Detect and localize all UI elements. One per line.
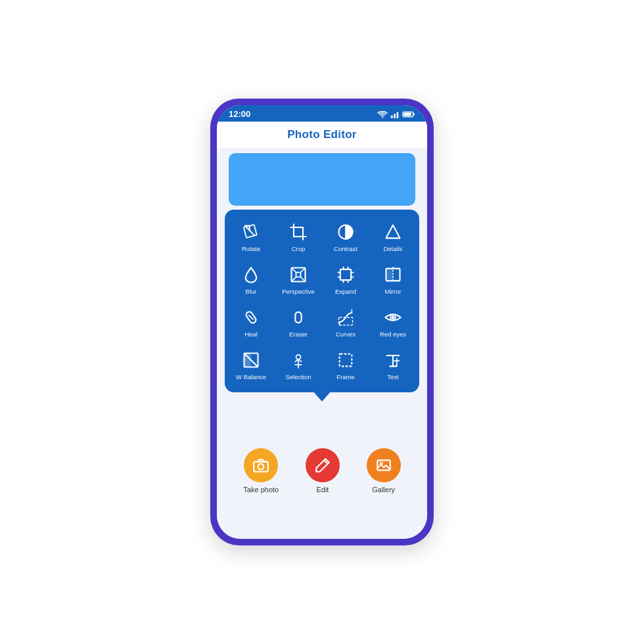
svg-rect-1 <box>391 115 393 118</box>
svg-rect-5 <box>413 113 415 115</box>
svg-rect-3 <box>397 112 399 118</box>
tool-blur[interactable]: Blur <box>229 259 273 299</box>
selection-icon <box>288 350 309 371</box>
eraser-icon <box>288 307 309 328</box>
perspective-label: Perspective <box>282 288 315 295</box>
svg-rect-15 <box>296 273 301 277</box>
expand-label: Expand <box>335 288 356 295</box>
mirror-label: Mirror <box>385 288 402 295</box>
wbalance-label: W Balance <box>236 373 266 380</box>
photo-area <box>229 153 415 206</box>
tool-selection[interactable]: Selection <box>276 344 321 384</box>
signal-icon <box>390 110 400 118</box>
camera-icon <box>252 457 269 474</box>
svg-line-21 <box>249 315 254 320</box>
mirror-icon <box>382 264 403 285</box>
crop-label: Crop <box>292 245 306 252</box>
nav-take-photo[interactable]: Take photo <box>243 448 279 494</box>
wbalance-icon <box>241 350 262 371</box>
app-title: Photo Editor <box>287 128 357 141</box>
tool-curves[interactable]: Curves <box>323 302 368 342</box>
svg-rect-42 <box>377 460 390 470</box>
bottom-nav: Take photo Edit <box>217 405 427 539</box>
gallery-icon <box>375 457 392 474</box>
take-photo-circle <box>244 448 278 482</box>
contrast-label: Contrast <box>334 245 357 252</box>
status-time: 12:00 <box>229 109 250 119</box>
status-bar: 12:00 <box>217 105 427 122</box>
edit-label: Edit <box>316 486 329 494</box>
svg-point-28 <box>296 355 301 359</box>
svg-rect-19 <box>386 269 394 281</box>
curves-icon <box>335 307 356 328</box>
blur-icon <box>241 264 262 285</box>
svg-point-40 <box>258 464 264 470</box>
rotate-label: Rotate <box>242 245 260 252</box>
svg-rect-2 <box>394 114 396 118</box>
gallery-label: Gallery <box>372 486 395 494</box>
status-icons <box>377 110 415 118</box>
tool-details[interactable]: Details <box>371 216 415 256</box>
selection-label: Selection <box>285 373 311 380</box>
tool-text[interactable]: Text <box>371 344 415 384</box>
svg-rect-16 <box>340 269 351 280</box>
contrast-icon <box>335 221 356 242</box>
svg-marker-9 <box>386 225 400 239</box>
battery-icon <box>402 110 415 118</box>
edit-panel: Rotate Crop <box>225 210 419 392</box>
tool-mirror[interactable]: Mirror <box>371 259 415 299</box>
nav-edit[interactable]: Edit <box>306 448 340 494</box>
tool-heal[interactable]: Heal <box>229 302 273 342</box>
pencil-icon <box>314 457 331 474</box>
phone-screen: 12:00 <box>217 105 427 539</box>
svg-point-0 <box>382 116 383 117</box>
rotate-icon <box>241 221 262 242</box>
tool-crop[interactable]: Crop <box>276 216 321 256</box>
wifi-icon <box>377 110 388 118</box>
gallery-circle <box>367 448 401 482</box>
svg-point-25 <box>392 316 394 319</box>
svg-rect-6 <box>403 112 411 116</box>
tool-expand[interactable]: Expand <box>323 259 368 299</box>
eraser-label: Eraser <box>289 331 308 338</box>
tool-perspective[interactable]: Perspective <box>276 259 321 299</box>
svg-rect-22 <box>295 312 301 323</box>
take-photo-label: Take photo <box>243 486 279 494</box>
details-icon <box>382 221 403 242</box>
tool-wbalance[interactable]: W Balance <box>229 344 273 384</box>
heal-icon <box>241 307 262 328</box>
tool-contrast[interactable]: Contrast <box>323 216 368 256</box>
phone-frame: 12:00 <box>210 99 434 545</box>
svg-rect-27 <box>244 354 252 367</box>
frame-label: Frame <box>336 373 354 380</box>
tool-redeyes[interactable]: Red eyes <box>371 302 415 342</box>
tools-grid: Rotate Crop <box>229 216 415 384</box>
nav-gallery[interactable]: Gallery <box>367 448 401 494</box>
details-label: Details <box>383 245 402 252</box>
blur-label: Blur <box>246 288 257 295</box>
tool-eraser[interactable]: Eraser <box>276 302 321 342</box>
svg-rect-33 <box>340 354 352 367</box>
heal-label: Heal <box>244 331 258 338</box>
text-icon <box>382 350 403 371</box>
perspective-icon <box>288 264 309 285</box>
text-label: Text <box>387 373 398 380</box>
edit-circle <box>306 448 340 482</box>
tool-rotate[interactable]: Rotate <box>229 216 273 256</box>
redeyes-label: Red eyes <box>380 331 406 338</box>
frame-icon <box>335 350 356 371</box>
expand-icon <box>335 264 356 285</box>
crop-icon <box>288 221 309 242</box>
curves-label: Curves <box>336 331 356 338</box>
tool-frame[interactable]: Frame <box>323 344 368 384</box>
redeyes-icon <box>382 307 403 328</box>
app-header: Photo Editor <box>217 122 427 148</box>
